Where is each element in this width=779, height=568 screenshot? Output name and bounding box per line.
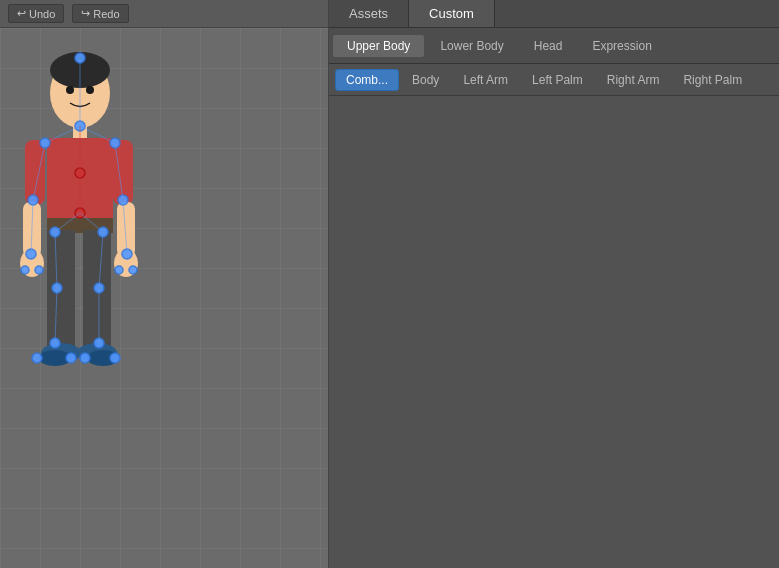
svg-point-41 <box>80 353 90 363</box>
toolbar: ↩ Undo ↪ Redo <box>0 0 328 28</box>
sub-tabs-bar: Comb... Body Left Arm Left Palm Right Ar… <box>329 64 779 96</box>
sub-tab-left-palm[interactable]: Left Palm <box>521 69 594 91</box>
svg-point-27 <box>21 266 29 274</box>
tab-lower-body[interactable]: Lower Body <box>426 35 517 57</box>
undo-icon: ↩ <box>17 7 26 20</box>
svg-point-39 <box>32 353 42 363</box>
top-tabs-bar: Assets Custom <box>329 0 779 28</box>
svg-point-30 <box>129 266 137 274</box>
redo-icon: ↪ <box>81 7 90 20</box>
tab-custom[interactable]: Custom <box>409 0 495 27</box>
tab-expression[interactable]: Expression <box>578 35 665 57</box>
content-area <box>329 96 779 568</box>
redo-button[interactable]: ↪ Redo <box>72 4 128 23</box>
right-panel: Assets Custom Upper Body Lower Body Head… <box>328 0 779 568</box>
svg-point-3 <box>86 86 94 94</box>
left-panel: ↩ Undo ↪ Redo <box>0 0 328 568</box>
svg-point-28 <box>35 266 43 274</box>
character-figure <box>15 38 175 538</box>
svg-point-40 <box>66 353 76 363</box>
undo-button[interactable]: ↩ Undo <box>8 4 64 23</box>
sub-tab-left-arm[interactable]: Left Arm <box>452 69 519 91</box>
sub-tab-comb[interactable]: Comb... <box>335 69 399 91</box>
tab-upper-body[interactable]: Upper Body <box>333 35 424 57</box>
svg-point-42 <box>110 353 120 363</box>
svg-point-29 <box>115 266 123 274</box>
canvas-area[interactable] <box>0 28 328 568</box>
sub-tab-right-arm[interactable]: Right Arm <box>596 69 671 91</box>
sub-tab-body[interactable]: Body <box>401 69 450 91</box>
tab-assets[interactable]: Assets <box>329 0 409 27</box>
tab-head[interactable]: Head <box>520 35 577 57</box>
svg-point-2 <box>66 86 74 94</box>
sub-tab-right-palm[interactable]: Right Palm <box>672 69 753 91</box>
body-tabs-bar: Upper Body Lower Body Head Expression <box>329 28 779 64</box>
